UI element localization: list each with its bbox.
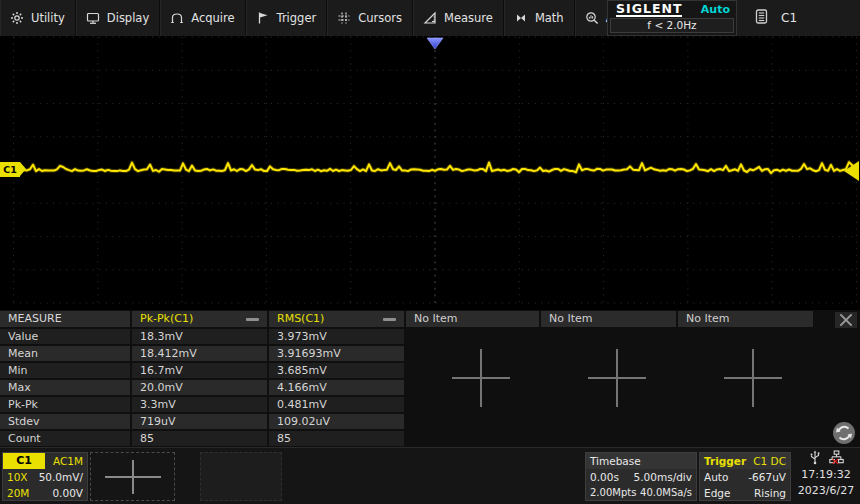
measure-value: 3.685mV [269, 363, 406, 378]
measure-column-rms[interactable]: RMS(C1) [269, 311, 406, 327]
analysis-icon [585, 11, 599, 25]
menu-measure-label: Measure [444, 11, 493, 25]
menu-math[interactable]: Math [504, 0, 575, 36]
menu-utility-label: Utility [31, 11, 65, 25]
measure-value: 85 [132, 431, 269, 446]
cursors-icon [337, 11, 351, 25]
channel-probe: 10X [3, 469, 28, 485]
menu-math-label: Math [535, 11, 564, 25]
trigger-flag-icon [256, 11, 270, 25]
menu-cursors[interactable]: Cursors [327, 0, 413, 36]
channel1-level-marker[interactable]: C1 [0, 162, 20, 177]
active-menu-indicator[interactable]: C1 [737, 0, 860, 36]
menu-acquire[interactable]: Acquire [160, 0, 245, 36]
minus-icon[interactable] [383, 318, 396, 321]
siglent-logo: SIGLENT [616, 2, 682, 17]
measure-row-label: Max [0, 380, 132, 395]
channel-offset: 0.00V [52, 485, 83, 501]
measure-column-empty-2[interactable]: No Item [541, 311, 678, 327]
measure-column-pkpk[interactable]: Pk-Pk(C1) [132, 311, 269, 327]
add-channel-slot[interactable] [200, 452, 282, 501]
measure-row-label: Count [0, 431, 132, 446]
trigger-slope: Rising [754, 485, 786, 501]
measure-ruler-icon [423, 11, 437, 25]
menu-display-label: Display [107, 11, 149, 25]
add-measurement-button[interactable] [588, 349, 646, 407]
measure-value: 0.481mV [269, 397, 406, 412]
clock-date: 2023/6/27 [793, 483, 859, 499]
bottom-status-bar: C1 AC1M 10X 50.0mV/ 20M 0.00V Timebase 0… [0, 447, 860, 504]
channel1-tab[interactable]: C1 [3, 453, 45, 469]
menu-trigger-label: Trigger [277, 11, 317, 25]
channel1-info-box[interactable]: C1 AC1M 10X 50.0mV/ 20M 0.00V [2, 452, 88, 501]
measure-column-empty-3[interactable]: No Item [678, 311, 815, 327]
measure-panel-title: MEASURE [0, 311, 132, 327]
acquisition-status-badge: Auto [701, 3, 730, 16]
logo-status-block: SIGLENT Auto f < 2.0Hz [607, 0, 737, 36]
clock-time: 17:19:32 [793, 467, 859, 483]
trigger-frequency-readout: f < 2.0Hz [610, 18, 734, 33]
measure-value: 85 [269, 431, 406, 446]
trigger-source: C1 DC [753, 453, 786, 469]
measure-value: 3.3mV [132, 397, 269, 412]
add-channel-button[interactable] [90, 452, 175, 501]
active-menu-label: C1 [781, 11, 797, 25]
refresh-icon[interactable] [833, 422, 855, 444]
graticule [0, 36, 860, 310]
minus-icon[interactable] [246, 318, 259, 321]
measure-value: 4.166mV [269, 380, 406, 395]
menu-panel-icon [755, 9, 768, 27]
channel-scale: 50.0mV/ [39, 469, 83, 485]
measure-value: 109.02uV [269, 414, 406, 429]
timebase-title: Timebase [590, 453, 641, 469]
trigger-box[interactable]: Trigger C1 DC Auto -667uV Edge Rising [699, 452, 791, 501]
measure-value: 18.412mV [132, 346, 269, 361]
timebase-box[interactable]: Timebase 0.00s 5.00ms/div 2.00Mpts 40.0M… [585, 452, 697, 501]
measure-row-count: Count 85 85 [0, 430, 860, 447]
add-measurement-button[interactable] [452, 349, 510, 407]
acquire-icon [170, 11, 184, 25]
measure-row-label: Mean [0, 346, 132, 361]
display-icon [86, 11, 100, 25]
lan-disconnected-badge: ✕ [831, 456, 839, 467]
channel-coupling: AC1M [53, 453, 83, 469]
measure-panel: MEASURE Pk-Pk(C1) RMS(C1) No Item No Ite… [0, 310, 860, 447]
menu-cursors-label: Cursors [358, 11, 402, 25]
trigger-position-icon[interactable] [427, 38, 443, 49]
trigger-level: -667uV [748, 469, 786, 485]
measure-column-empty-1[interactable]: No Item [406, 311, 541, 327]
trigger-type: Edge [704, 485, 730, 501]
menu-trigger[interactable]: Trigger [246, 0, 328, 36]
measure-row-label: Value [0, 329, 132, 344]
gear-icon [10, 11, 24, 25]
measure-value: 18.3mV [132, 329, 269, 344]
waveform-display[interactable]: C1 [0, 36, 860, 310]
measure-row-label: Stdev [0, 414, 132, 429]
menu-utility[interactable]: Utility [0, 0, 76, 36]
usb-icon [809, 450, 821, 468]
measure-row-label: Min [0, 363, 132, 378]
measure-value: 3.91693mV [269, 346, 406, 361]
oscilloscope-screen: Utility Display Acquire Trigger Cursors … [0, 0, 860, 504]
system-status: ✕ 17:19:32 2023/6/27 [793, 450, 859, 503]
math-bowtie-icon [514, 11, 528, 25]
measure-row-value: Value 18.3mV 3.973mV [0, 328, 860, 345]
measure-value: 719uV [132, 414, 269, 429]
timebase-scale: 5.00ms/div [634, 469, 692, 485]
menu-display[interactable]: Display [76, 0, 160, 36]
channel-bandwidth: 20M [3, 485, 29, 501]
trigger-title: Trigger [704, 453, 746, 469]
plus-icon [132, 460, 134, 494]
measure-row-label: Pk-Pk [0, 397, 132, 412]
measure-value: 16.7mV [132, 363, 269, 378]
measure-row-stdev: Stdev 719uV 109.02uV [0, 413, 860, 430]
timebase-points: 2.00Mpts [590, 485, 636, 501]
add-measurement-button[interactable] [724, 349, 782, 407]
measure-header-row: MEASURE Pk-Pk(C1) RMS(C1) No Item No Ite… [0, 310, 860, 328]
measure-value: 3.973mV [269, 329, 406, 344]
menu-acquire-label: Acquire [191, 11, 234, 25]
trigger-mode: Auto [704, 469, 728, 485]
menu-measure[interactable]: Measure [413, 0, 504, 36]
close-icon[interactable] [835, 312, 857, 328]
timebase-delay: 0.00s [590, 469, 619, 485]
